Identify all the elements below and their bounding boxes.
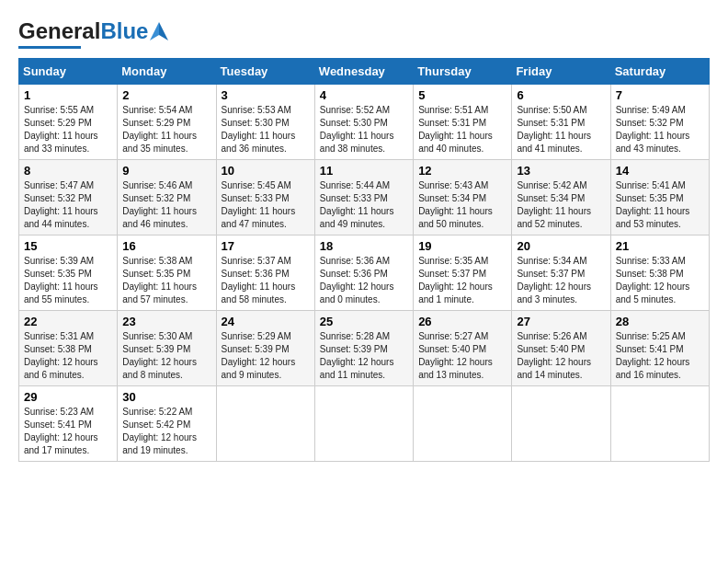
calendar-week-row: 1 Sunrise: 5:55 AM Sunset: 5:29 PM Dayli… [19, 85, 710, 160]
calendar-cell: 3 Sunrise: 5:53 AM Sunset: 5:30 PM Dayli… [216, 85, 314, 160]
weekday-header-sunday: Sunday [19, 59, 118, 85]
day-info: Sunrise: 5:35 AM Sunset: 5:37 PM Dayligh… [418, 255, 506, 306]
calendar-cell: 4 Sunrise: 5:52 AM Sunset: 5:30 PM Dayli… [314, 85, 413, 160]
day-number: 10 [222, 164, 310, 178]
day-number: 26 [418, 315, 506, 328]
calendar-cell: 10 Sunrise: 5:45 AM Sunset: 5:33 PM Dayl… [216, 160, 314, 236]
calendar-table: SundayMondayTuesdayWednesdayThursdayFrid… [18, 58, 710, 462]
day-info: Sunrise: 5:51 AM Sunset: 5:31 PM Dayligh… [418, 104, 506, 155]
day-number: 25 [320, 315, 408, 328]
calendar-cell: 22 Sunrise: 5:31 AM Sunset: 5:38 PM Dayl… [19, 311, 118, 386]
day-number: 23 [122, 315, 210, 328]
day-number: 6 [517, 88, 605, 102]
day-info: Sunrise: 5:42 AM Sunset: 5:34 PM Dayligh… [517, 179, 605, 231]
calendar-cell [610, 386, 709, 462]
day-info: Sunrise: 5:29 AM Sunset: 5:39 PM Dayligh… [222, 330, 310, 382]
calendar-cell: 28 Sunrise: 5:25 AM Sunset: 5:41 PM Dayl… [610, 311, 709, 386]
day-info: Sunrise: 5:26 AM Sunset: 5:40 PM Dayligh… [517, 330, 605, 382]
calendar-header-row: SundayMondayTuesdayWednesdayThursdayFrid… [19, 59, 710, 85]
day-info: Sunrise: 5:41 AM Sunset: 5:35 PM Dayligh… [616, 179, 704, 231]
calendar-cell: 19 Sunrise: 5:35 AM Sunset: 5:37 PM Dayl… [414, 236, 512, 311]
calendar-cell: 16 Sunrise: 5:38 AM Sunset: 5:35 PM Dayl… [118, 236, 216, 311]
calendar-cell: 1 Sunrise: 5:55 AM Sunset: 5:29 PM Dayli… [19, 85, 118, 160]
calendar-cell: 8 Sunrise: 5:47 AM Sunset: 5:32 PM Dayli… [19, 160, 118, 236]
day-info: Sunrise: 5:28 AM Sunset: 5:39 PM Dayligh… [320, 330, 408, 382]
calendar-cell: 26 Sunrise: 5:27 AM Sunset: 5:40 PM Dayl… [414, 311, 512, 386]
calendar-cell: 30 Sunrise: 5:22 AM Sunset: 5:42 PM Dayl… [118, 386, 216, 462]
calendar-cell [512, 386, 610, 462]
calendar-cell: 29 Sunrise: 5:23 AM Sunset: 5:41 PM Dayl… [19, 386, 118, 462]
day-info: Sunrise: 5:44 AM Sunset: 5:33 PM Dayligh… [320, 179, 408, 231]
day-number: 17 [222, 239, 310, 253]
day-number: 15 [24, 239, 112, 253]
day-info: Sunrise: 5:46 AM Sunset: 5:32 PM Dayligh… [122, 179, 210, 231]
day-number: 22 [24, 315, 112, 328]
day-number: 14 [616, 164, 704, 178]
day-info: Sunrise: 5:50 AM Sunset: 5:31 PM Dayligh… [517, 104, 605, 155]
calendar-cell: 15 Sunrise: 5:39 AM Sunset: 5:35 PM Dayl… [19, 236, 118, 311]
calendar-cell: 23 Sunrise: 5:30 AM Sunset: 5:39 PM Dayl… [118, 311, 216, 386]
day-info: Sunrise: 5:22 AM Sunset: 5:42 PM Dayligh… [122, 406, 210, 457]
calendar-cell [314, 386, 413, 462]
day-number: 13 [517, 164, 605, 178]
day-info: Sunrise: 5:45 AM Sunset: 5:33 PM Dayligh… [222, 179, 310, 231]
day-number: 19 [418, 239, 506, 253]
calendar-week-row: 29 Sunrise: 5:23 AM Sunset: 5:41 PM Dayl… [19, 386, 710, 462]
day-number: 29 [24, 390, 112, 404]
calendar-cell: 12 Sunrise: 5:43 AM Sunset: 5:34 PM Dayl… [414, 160, 512, 236]
calendar-cell: 25 Sunrise: 5:28 AM Sunset: 5:39 PM Dayl… [314, 311, 413, 386]
day-number: 2 [122, 88, 210, 102]
calendar-cell [216, 386, 314, 462]
day-number: 7 [616, 88, 704, 102]
calendar-cell [414, 386, 512, 462]
day-info: Sunrise: 5:39 AM Sunset: 5:35 PM Dayligh… [24, 255, 112, 306]
day-number: 16 [122, 239, 210, 253]
day-info: Sunrise: 5:36 AM Sunset: 5:36 PM Dayligh… [320, 255, 408, 306]
calendar-cell: 24 Sunrise: 5:29 AM Sunset: 5:39 PM Dayl… [216, 311, 314, 386]
day-info: Sunrise: 5:47 AM Sunset: 5:32 PM Dayligh… [24, 179, 112, 231]
logo-underline [18, 46, 81, 49]
logo-icon [150, 22, 168, 40]
weekday-header-monday: Monday [118, 59, 216, 85]
day-number: 30 [122, 390, 210, 404]
day-number: 28 [616, 315, 704, 328]
calendar-cell: 20 Sunrise: 5:34 AM Sunset: 5:37 PM Dayl… [512, 236, 610, 311]
calendar-cell: 7 Sunrise: 5:49 AM Sunset: 5:32 PM Dayli… [610, 85, 709, 160]
day-number: 20 [517, 239, 605, 253]
calendar-cell: 2 Sunrise: 5:54 AM Sunset: 5:29 PM Dayli… [118, 85, 216, 160]
day-info: Sunrise: 5:25 AM Sunset: 5:41 PM Dayligh… [616, 330, 704, 382]
day-info: Sunrise: 5:52 AM Sunset: 5:30 PM Dayligh… [320, 104, 408, 155]
logo-text: GeneralBlue [18, 18, 148, 44]
page-header: GeneralBlue [18, 18, 710, 49]
weekday-header-saturday: Saturday [610, 59, 709, 85]
day-info: Sunrise: 5:27 AM Sunset: 5:40 PM Dayligh… [418, 330, 506, 382]
day-number: 24 [222, 315, 310, 328]
day-number: 27 [517, 315, 605, 328]
day-info: Sunrise: 5:55 AM Sunset: 5:29 PM Dayligh… [24, 104, 112, 155]
svg-marker-0 [159, 22, 168, 40]
calendar-cell: 13 Sunrise: 5:42 AM Sunset: 5:34 PM Dayl… [512, 160, 610, 236]
day-info: Sunrise: 5:49 AM Sunset: 5:32 PM Dayligh… [616, 104, 704, 155]
calendar-cell: 11 Sunrise: 5:44 AM Sunset: 5:33 PM Dayl… [314, 160, 413, 236]
day-info: Sunrise: 5:34 AM Sunset: 5:37 PM Dayligh… [517, 255, 605, 306]
calendar-cell: 17 Sunrise: 5:37 AM Sunset: 5:36 PM Dayl… [216, 236, 314, 311]
day-number: 9 [122, 164, 210, 178]
day-number: 4 [320, 88, 408, 102]
day-number: 3 [222, 88, 310, 102]
day-number: 1 [24, 88, 112, 102]
weekday-header-tuesday: Tuesday [216, 59, 314, 85]
calendar-cell: 21 Sunrise: 5:33 AM Sunset: 5:38 PM Dayl… [610, 236, 709, 311]
calendar-cell: 9 Sunrise: 5:46 AM Sunset: 5:32 PM Dayli… [118, 160, 216, 236]
weekday-header-wednesday: Wednesday [314, 59, 413, 85]
day-number: 12 [418, 164, 506, 178]
calendar-cell: 6 Sunrise: 5:50 AM Sunset: 5:31 PM Dayli… [512, 85, 610, 160]
day-info: Sunrise: 5:54 AM Sunset: 5:29 PM Dayligh… [122, 104, 210, 155]
weekday-header-friday: Friday [512, 59, 610, 85]
day-info: Sunrise: 5:31 AM Sunset: 5:38 PM Dayligh… [24, 330, 112, 382]
calendar-week-row: 8 Sunrise: 5:47 AM Sunset: 5:32 PM Dayli… [19, 160, 710, 236]
day-number: 5 [418, 88, 506, 102]
day-info: Sunrise: 5:23 AM Sunset: 5:41 PM Dayligh… [24, 406, 112, 457]
day-number: 18 [320, 239, 408, 253]
day-info: Sunrise: 5:30 AM Sunset: 5:39 PM Dayligh… [122, 330, 210, 382]
day-number: 11 [320, 164, 408, 178]
